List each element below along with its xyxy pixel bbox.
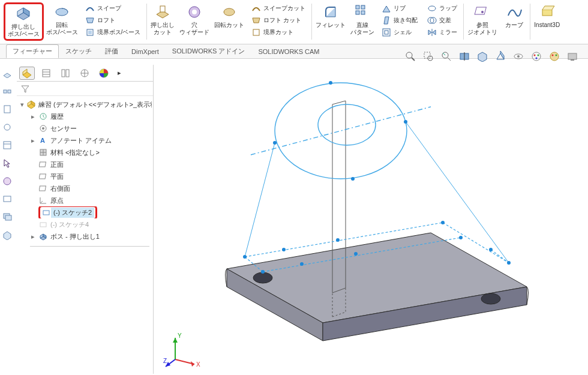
svg-rect-78 xyxy=(39,162,46,167)
tree-sketch4-row[interactable]: (-) スケッチ4 xyxy=(18,218,152,230)
custom-props-icon[interactable] xyxy=(2,140,13,151)
forum-icon[interactable] xyxy=(2,212,13,223)
twisty-icon[interactable]: ▾ xyxy=(20,101,24,109)
tree-history[interactable]: ▸ 履歴 xyxy=(18,110,152,122)
ref-geometry-button[interactable]: 参照 ジオメトリ xyxy=(465,2,500,37)
hole-wizard-button[interactable]: 穴 ウィザード xyxy=(177,2,212,37)
tree-right-plane[interactable]: 右側面 xyxy=(18,182,152,194)
ribbon-separator xyxy=(311,4,312,40)
extrude-boss-label1: 押し出し xyxy=(11,23,35,31)
twisty-icon[interactable]: ▸ xyxy=(30,233,36,241)
fm-tab-more[interactable]: ▸ xyxy=(115,67,124,80)
apply-scene-icon[interactable] xyxy=(548,50,560,62)
rib-button[interactable]: リブ xyxy=(380,2,419,14)
drawing-icon[interactable] xyxy=(2,104,13,115)
view-orientation-icon[interactable] xyxy=(476,50,488,62)
svg-point-41 xyxy=(552,55,554,56)
linear-pattern-button[interactable]: 直線 パターン xyxy=(348,2,377,37)
fm-tab-property[interactable] xyxy=(38,67,54,80)
heads-up-view-toolbar xyxy=(404,50,578,62)
filter-icon[interactable] xyxy=(20,84,30,94)
triad-z-label: Z xyxy=(163,358,167,364)
toolbox-icon[interactable] xyxy=(2,122,13,133)
fm-tab-tree[interactable] xyxy=(19,67,35,80)
fm-tab-display[interactable] xyxy=(96,67,112,80)
view-settings-icon[interactable] xyxy=(566,50,578,62)
display-pane-icon[interactable] xyxy=(2,194,13,205)
svg-rect-7 xyxy=(160,6,165,12)
hide-show-icon[interactable] xyxy=(512,50,524,62)
edit-appearance-icon[interactable] xyxy=(530,50,542,62)
tree-material[interactable]: 材料 <指定なし> xyxy=(18,146,152,158)
tab-features[interactable]: フィーチャー xyxy=(6,44,59,58)
tree-front-plane[interactable]: 正面 xyxy=(18,158,152,170)
shell-button[interactable]: シェル xyxy=(380,26,419,38)
svg-marker-115 xyxy=(173,338,178,343)
revolve-boss-button[interactable]: 回転 ボス/ベース xyxy=(44,2,80,37)
section-view-icon[interactable] xyxy=(458,50,470,62)
tree-root[interactable]: ▾ 練習 (デフォルト<<デフォルト>_表示状態 1> xyxy=(18,98,152,110)
part-icon[interactable] xyxy=(2,68,13,79)
tab-dimxpert[interactable]: DimXpert xyxy=(125,46,166,58)
tree-sensors[interactable]: センサー xyxy=(18,122,152,134)
wrap-label: ラップ xyxy=(439,4,457,13)
zoom-fit-icon[interactable] xyxy=(404,50,416,62)
zoom-area-icon[interactable] xyxy=(422,50,434,62)
rollback-bar[interactable] xyxy=(30,246,149,247)
tree-annotations[interactable]: ▸ A アノテート アイテム xyxy=(18,134,152,146)
graphics-viewport[interactable]: X Y Z xyxy=(154,65,588,375)
extrude-cut-button[interactable]: 押し出し カット xyxy=(148,2,177,37)
loft-button[interactable]: ロフト xyxy=(84,14,142,26)
twisty-icon[interactable]: ▸ xyxy=(30,113,36,121)
fillet-button[interactable]: フィレット xyxy=(313,2,348,30)
fm-tab-dimxpert[interactable] xyxy=(77,67,92,80)
material-icon xyxy=(38,148,48,157)
wrap-button[interactable]: ラップ xyxy=(426,2,458,14)
svg-rect-12 xyxy=(356,5,359,9)
appearances-icon[interactable] xyxy=(2,176,13,187)
extrude-cut-label1: 押し出し xyxy=(151,22,175,29)
tree-origin[interactable]: 原点 xyxy=(18,194,152,206)
boundary-cut-label: 境界カット xyxy=(263,28,293,37)
svg-point-24 xyxy=(406,52,412,58)
boundary-boss-button[interactable]: 境界ボス/ベース xyxy=(84,26,142,38)
resources-icon[interactable] xyxy=(2,230,13,241)
svg-rect-83 xyxy=(43,211,49,215)
instant3d-button[interactable]: Instant3D xyxy=(532,2,562,30)
draft-button[interactable]: 抜き勾配 xyxy=(380,14,419,26)
tree-boss-extrude[interactable]: ▸ ボス - 押し出し1 xyxy=(18,230,152,242)
twisty-icon[interactable]: ▸ xyxy=(30,137,36,145)
curves-button[interactable]: カーブ xyxy=(500,2,529,30)
boundary-cut-button[interactable]: 境界カット xyxy=(250,26,307,38)
sweep-cut-label: スイープカット xyxy=(263,4,305,13)
svg-line-95 xyxy=(251,107,431,155)
assembly-icon[interactable] xyxy=(2,86,13,97)
rib-label: リブ xyxy=(394,4,406,13)
svg-point-98 xyxy=(329,81,332,85)
tree-top-plane[interactable]: 平面 xyxy=(18,170,152,182)
rib-icon xyxy=(382,4,391,13)
fm-tab-config[interactable] xyxy=(58,67,73,80)
orientation-triad[interactable]: X Y Z xyxy=(163,329,205,371)
display-style-icon[interactable] xyxy=(494,50,506,62)
revolve-cut-button[interactable]: 回転カット xyxy=(212,2,247,30)
cursor-icon[interactable] xyxy=(2,158,13,169)
tree-top-label: 平面 xyxy=(50,172,64,181)
tree-sensors-label: センサー xyxy=(50,124,77,133)
mirror-button[interactable]: ミラー xyxy=(426,26,458,38)
tab-evaluate[interactable]: 評価 xyxy=(98,44,125,58)
sweep-cut-button[interactable]: スイープカット xyxy=(250,2,307,14)
previous-view-icon[interactable] xyxy=(440,50,452,62)
intersect-button[interactable]: 交差 xyxy=(426,14,458,26)
ref-geometry-icon xyxy=(474,4,491,20)
extrude-boss-button[interactable]: 押し出し ボス/ベース xyxy=(4,2,44,41)
tab-sw-cam[interactable]: SOLIDWORKS CAM xyxy=(251,46,326,58)
loft-cut-label: ロフト カット xyxy=(263,16,301,25)
draft-label: 抜き勾配 xyxy=(394,16,418,25)
sweep-button[interactable]: スイープ xyxy=(84,2,142,14)
tree-sketch2-row[interactable]: (-) スケッチ2 xyxy=(18,206,152,218)
loft-cut-button[interactable]: ロフト カット xyxy=(250,14,307,26)
tab-sw-addins[interactable]: SOLIDWORKS アドイン xyxy=(166,44,252,58)
svg-rect-23 xyxy=(542,10,552,16)
tab-sketch[interactable]: スケッチ xyxy=(59,44,98,58)
